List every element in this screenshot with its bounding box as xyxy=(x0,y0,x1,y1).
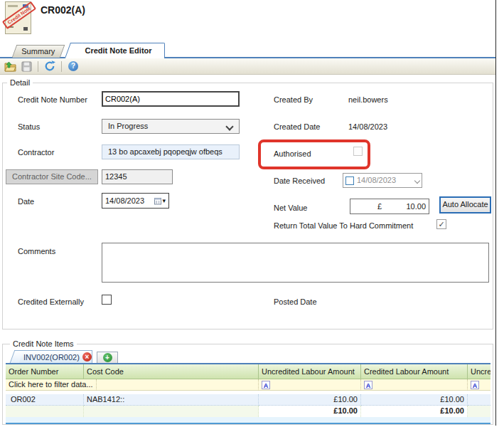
help-button[interactable]: ? xyxy=(67,60,80,73)
grid-total-row: £10.00 £10.00 xyxy=(6,406,490,417)
add-item-tab[interactable]: + xyxy=(97,352,118,363)
col-header-uncredited-labour[interactable]: Uncredited Labour Amount xyxy=(259,364,361,379)
comments-textarea[interactable] xyxy=(102,243,489,283)
contractor-value: 13 bo apcaxebj pqopeqjw ofbeqs xyxy=(108,147,222,156)
contractor-site-code-field: 12345 xyxy=(102,169,173,184)
detail-legend: Detail xyxy=(7,78,33,87)
tab-credit-note-editor-label: Credit Note Editor xyxy=(85,46,151,55)
folder-up-button[interactable] xyxy=(4,60,16,73)
total-cell xyxy=(468,406,490,417)
credit-note-number-input[interactable] xyxy=(102,91,240,107)
filter-type-icon[interactable]: A xyxy=(471,381,479,389)
created-by-label: Created By xyxy=(274,95,313,104)
contractor-site-code-value: 12345 xyxy=(105,172,127,181)
credited-externally-label: Credited Externally xyxy=(18,297,84,306)
add-icon[interactable]: + xyxy=(103,353,112,362)
net-value-field[interactable]: £ 10.00 xyxy=(350,199,429,214)
items-grid: Order Number Cost Code Uncredited Labour… xyxy=(6,364,490,424)
return-total-label: Return Total Value To Hard Commitment xyxy=(274,221,413,230)
col-header-uncredited-clipped[interactable]: Uncre xyxy=(468,364,490,379)
window-border xyxy=(495,0,496,426)
filter-cell: A xyxy=(259,379,361,391)
contractor-field: 13 bo apcaxebj pqopeqjw ofbeqs xyxy=(102,144,240,159)
filter-type-icon[interactable]: A xyxy=(262,381,270,389)
col-header-credited-labour[interactable]: Credited Labour Amount xyxy=(361,364,468,379)
total-credited-amount: £10.00 xyxy=(361,406,468,417)
page-title: CR002(A) xyxy=(41,4,85,16)
cell-empty[interactable] xyxy=(468,394,490,406)
grid-bottom-border xyxy=(6,423,490,424)
created-by-value: neil.bowers xyxy=(348,95,388,104)
col-header-order-number[interactable]: Order Number xyxy=(6,364,84,379)
credit-note-icon: Credit Note xyxy=(5,1,31,34)
cell-cost-code[interactable]: NAB1412:: xyxy=(84,394,259,406)
toolbar: ? xyxy=(0,58,495,75)
doc-text-line xyxy=(8,5,18,7)
cell-uncredited-amount[interactable]: £10.00 xyxy=(259,394,361,406)
net-value-label: Net Value xyxy=(274,204,308,212)
total-cell xyxy=(6,406,84,417)
check-icon: ✓ xyxy=(438,220,444,228)
item-tab-inv002[interactable]: INV002(OR002) × xyxy=(16,350,92,363)
filter-cell: A xyxy=(468,379,490,391)
status-label: Status xyxy=(18,122,40,131)
filter-hint[interactable]: Click here to filter data... xyxy=(6,379,97,391)
dropdown-arrow-icon: ▾ xyxy=(162,194,166,208)
credited-externally-checkbox[interactable] xyxy=(102,295,112,305)
folder-up-icon xyxy=(4,61,16,72)
table-row[interactable]: OR002 NAB1412:: £10.00 £10.00 xyxy=(6,394,490,406)
cell-order-number[interactable]: OR002 xyxy=(6,394,84,406)
date-value: 14/08/2023 xyxy=(105,194,144,208)
chevron-down-icon xyxy=(414,177,420,183)
chevron-down-icon xyxy=(225,122,233,130)
total-uncredited-amount: £10.00 xyxy=(259,406,361,417)
save-button[interactable] xyxy=(20,60,33,73)
date-received-checkbox[interactable] xyxy=(345,176,354,185)
calendar-icon xyxy=(154,197,161,205)
contractor-site-code-label: Contractor Site Code... xyxy=(12,172,92,181)
filter-cell[interactable] xyxy=(97,379,259,391)
date-label: Date xyxy=(18,197,34,206)
date-received-label: Date Received xyxy=(274,176,325,185)
date-received-value: 14/08/2023 xyxy=(357,174,396,187)
currency-symbol: £ xyxy=(377,200,382,214)
contractor-label: Contractor xyxy=(18,148,54,157)
item-tab-label: INV002(OR002) xyxy=(23,353,80,362)
created-date-value: 14/08/2023 xyxy=(348,122,387,131)
filter-cell: A xyxy=(361,379,468,391)
status-value: In Progress xyxy=(108,122,148,130)
filter-type-icon[interactable]: A xyxy=(364,381,372,389)
close-icon[interactable]: × xyxy=(82,352,92,362)
tab-credit-note-editor[interactable]: Credit Note Editor xyxy=(73,43,165,58)
posted-date-label: Posted Date xyxy=(274,297,317,306)
credit-note-number-label: Credit Note Number xyxy=(18,95,87,104)
help-icon: ? xyxy=(68,61,78,71)
comments-label: Comments xyxy=(18,247,55,255)
refresh-button[interactable] xyxy=(43,60,56,73)
items-legend: Credit Note Items xyxy=(10,339,77,348)
col-header-cost-code[interactable]: Cost Code xyxy=(84,364,259,379)
doc-barcode xyxy=(23,27,28,31)
refresh-icon xyxy=(44,60,55,72)
return-total-checkbox[interactable]: ✓ xyxy=(436,219,446,229)
credit-note-stamp: Credit Note xyxy=(2,1,36,29)
contractor-site-code-button[interactable]: Contractor Site Code... xyxy=(6,169,98,184)
net-value-amount: 10.00 xyxy=(406,200,426,214)
cell-credited-amount[interactable]: £10.00 xyxy=(361,394,468,406)
toolbar-separator xyxy=(61,61,62,72)
credit-note-editor-window: Credit Note CR002(A) Summary Credit Note… xyxy=(0,0,504,427)
tab-summary[interactable]: Summary xyxy=(12,45,65,58)
authorised-highlight-annotation xyxy=(258,139,370,169)
created-date-label: Created Date xyxy=(274,122,320,131)
save-icon xyxy=(21,61,32,72)
total-cell xyxy=(84,406,259,417)
grid-header-row: Order Number Cost Code Uncredited Labour… xyxy=(6,364,490,379)
date-picker[interactable]: 14/08/2023 ▾ xyxy=(102,193,169,209)
grid-empty-area xyxy=(6,417,490,423)
grid-filter-row[interactable]: Click here to filter data... A A A xyxy=(6,379,490,391)
auto-allocate-button[interactable]: Auto Allocate xyxy=(439,196,491,214)
status-select[interactable]: In Progress xyxy=(102,119,240,134)
toolbar-separator xyxy=(38,61,38,72)
tab-summary-label: Summary xyxy=(15,46,62,58)
date-received-picker[interactable]: 14/08/2023 xyxy=(343,173,422,188)
